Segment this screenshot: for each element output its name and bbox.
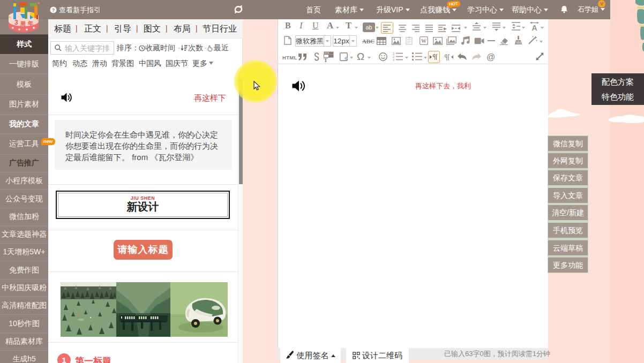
svg-text:3: 3 [393, 58, 395, 61]
svg-text:年: 年 [27, 20, 33, 26]
svg-text:T: T [324, 57, 328, 62]
svg-text:?: ? [52, 7, 55, 13]
svg-text:3: 3 [14, 19, 18, 26]
svg-text:W: W [421, 38, 426, 44]
svg-text:周: 周 [20, 21, 26, 27]
svg-text:A: A [531, 24, 537, 32]
